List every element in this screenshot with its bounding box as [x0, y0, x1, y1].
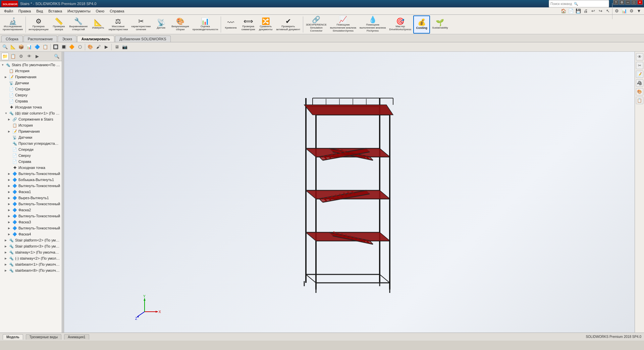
tab-addins[interactable]: Добавления SOLIDWORKS — [115, 36, 171, 42]
tree-item[interactable]: ▶ 🔩 Stair platform<3> (По умолча... — [0, 243, 62, 249]
tree-item[interactable]: ▶ 🔗 Сопряжения в Stairs — [0, 116, 62, 122]
tree-item[interactable]: ✚ Исходная точка — [0, 104, 62, 110]
tb3-view4[interactable]: 🔷 — [34, 43, 41, 51]
btn-compare[interactable]: 🔀 Сравнитьдокументы — [257, 15, 274, 34]
tb3-display4[interactable]: ⬡ — [76, 43, 84, 51]
tree-item[interactable]: ▶ 🔩 stairbeam<8> (По умолчани... — [0, 267, 62, 273]
tree-item[interactable]: 📄 Справа — [0, 159, 62, 165]
tree-item[interactable]: 📄 Сверху — [0, 92, 62, 98]
btn-investigate[interactable]: 🔬 Исследованиепроектирования — [1, 15, 24, 34]
panel-tab-properties[interactable]: 📋 — [9, 53, 17, 60]
status-tab-animation[interactable]: Анимация1 — [64, 334, 89, 340]
tree-item[interactable]: ▶ 🔷 Вырез-Вытянуть1 — [0, 195, 62, 201]
rp-appearance[interactable]: 🎨 — [636, 88, 643, 95]
quick-options2[interactable]: 📊 — [621, 7, 628, 15]
quick-select[interactable]: ↖ — [604, 7, 611, 15]
quick-undo[interactable]: ↩ — [589, 7, 597, 15]
btn-driveworks[interactable]: 🎯 МастерDriveWorksXpress — [388, 15, 413, 34]
tab-layout[interactable]: Расположение — [23, 36, 57, 42]
tree-item[interactable]: ▶ 🔷 Фаска2 — [0, 207, 62, 213]
menu-edit[interactable]: Правка — [16, 8, 34, 14]
tree-item[interactable]: ▶ 🔩 Stair platform<2> (По умолча... — [0, 237, 62, 243]
tree-item[interactable]: ▶ 📝 Примечания — [0, 74, 62, 80]
quick-open[interactable]: 📄 — [567, 7, 575, 15]
tree-item[interactable]: ▶ 🔷 Вытянуть-Тонкостенный — [0, 183, 62, 189]
maximize-btn[interactable]: □ — [631, 0, 637, 5]
tb3-display2[interactable]: 🔳 — [60, 43, 67, 51]
3d-viewport[interactable]: X Y Z — [64, 52, 635, 333]
panel-tab-display[interactable]: 👁 — [25, 53, 33, 60]
tree-item[interactable]: ▶ 🔷 Вытянуть-Тонкостенный — [0, 201, 62, 207]
tree-item[interactable]: 📋 История — [0, 122, 62, 128]
tree-item[interactable]: 📄 Спереди — [0, 146, 62, 152]
tb3-display1[interactable]: 🔲 — [52, 43, 59, 51]
btn-viz[interactable]: 🎨 Визуализациясборки — [170, 15, 190, 34]
tree-root[interactable]: ▼ 🔩 Stairs (По умолчанию<По умол... — [0, 62, 62, 68]
tb3-color2[interactable]: 🖌 — [95, 43, 102, 51]
tree-item[interactable]: ✚ Исходная точка — [0, 165, 62, 171]
btn-simxpress[interactable]: 📈 Помощниквыполнения анализаSimulationXp… — [329, 15, 358, 34]
tree-item[interactable]: ▶ 🔷 Вытянуть-Тонкостенный — [0, 213, 62, 219]
tree-item[interactable]: ▶ 🔷 Вытянуть-Тонкостенный — [0, 225, 62, 231]
tb3-more[interactable]: ▶ — [103, 43, 110, 51]
tree-item[interactable]: 📡 Датчики — [0, 80, 62, 86]
tab-analyze[interactable]: Анализировать — [77, 36, 114, 42]
btn-curvature[interactable]: 〰 Кривизна — [222, 15, 239, 34]
search-field[interactable]: Поиск команд 🔍 — [549, 0, 609, 7]
status-tab-3dviews[interactable]: Трехмерные виды — [26, 334, 61, 340]
tree-item[interactable]: ▶ 🔩 (-) stairway<2> (По умолчани... — [0, 255, 62, 261]
tree-item[interactable]: ▶ 🔩 stairway<1> (По умолчанию... — [0, 249, 62, 255]
panel-filter[interactable]: 🔍 — [53, 53, 60, 60]
tree-item[interactable]: ▶ 🔷 Фаска4 — [0, 231, 62, 237]
btn-check-active[interactable]: ✔ Проверитьактивный документ — [275, 15, 302, 34]
tree-item[interactable]: ▶ 🔷 Фаска3 — [0, 219, 62, 225]
menu-view[interactable]: Вид — [34, 8, 46, 14]
menu-window[interactable]: Окно — [93, 8, 107, 14]
rp-section-view[interactable]: ✂ — [636, 62, 643, 69]
tab-assembly[interactable]: Сборка — [1, 36, 23, 42]
tb3-view5[interactable]: 📋 — [42, 43, 49, 51]
quick-expand[interactable]: ▼ — [635, 7, 643, 15]
minimize-btn[interactable]: ─ — [625, 0, 631, 5]
btn-sensor[interactable]: 📡 Датчик — [153, 15, 169, 34]
quick-save[interactable]: 💾 — [575, 7, 582, 15]
tb3-color1[interactable]: 🎨 — [87, 43, 94, 51]
menu-help[interactable]: Справка — [107, 8, 127, 14]
help-btn[interactable]: ? — [613, 0, 619, 5]
quick-print[interactable]: 🖨 — [582, 7, 589, 15]
rp-hide-show[interactable]: 👁 — [636, 53, 643, 60]
quick-new[interactable]: 🏠 — [560, 7, 567, 15]
tree-item[interactable]: 📡 Датчики — [0, 134, 62, 140]
tree-item[interactable]: 📄 Сверху — [0, 152, 62, 159]
panel-tab-expand[interactable]: ▶ — [34, 53, 41, 60]
tb3-filter[interactable]: 🔍 — [1, 43, 9, 51]
btn-sustainability[interactable]: 🌱 Sustainability — [431, 15, 449, 34]
tree-item[interactable]: 📄 Спереди — [0, 86, 62, 92]
tb3-display3[interactable]: 🔶 — [68, 43, 75, 51]
rp-dynamic-annotation[interactable]: 📝 — [636, 71, 643, 78]
menu-file[interactable]: Файл — [1, 8, 16, 14]
options-btn[interactable]: ⚙ — [619, 0, 625, 5]
menu-tools[interactable]: Инструменты — [65, 8, 93, 14]
tree-item[interactable]: ▶ 📝 Примечания — [0, 128, 62, 134]
btn-floxpress[interactable]: 💧 Помощниквыполнения анализаFloXpress — [358, 15, 387, 34]
tree-item[interactable]: 📋 История — [0, 68, 62, 74]
rp-scene[interactable]: 📋 — [636, 97, 643, 104]
btn-measure[interactable]: 📐 Измерить — [90, 15, 106, 34]
btn-align[interactable]: 🔧 Выравниваниеотверстий — [68, 15, 89, 34]
tb3-view3[interactable]: 📊 — [25, 43, 33, 51]
btn-symmetry[interactable]: ⟺ Проверкасимметрии — [240, 15, 257, 34]
btn-section[interactable]: ✂ характеристикисечения — [130, 15, 152, 34]
close-btn[interactable]: ✕ — [637, 0, 643, 5]
tree-item-expanded[interactable]: ▼ 🔩 (ф) stair column<1> (По умол... — [0, 110, 62, 116]
status-tab-model[interactable]: Модель — [3, 334, 23, 340]
rp-zebra[interactable]: 🦓 — [636, 79, 643, 87]
tree-item[interactable]: ▶ 🔷 Вытянуть-Тонкостенный — [0, 171, 62, 177]
btn-clearance[interactable]: 📏 Проверказазора — [50, 15, 67, 34]
tab-sketch[interactable]: Эскиз — [58, 36, 76, 42]
quick-redo[interactable]: ↪ — [597, 7, 604, 15]
btn-mass[interactable]: ⚖ Массовыехарактеристики — [107, 15, 129, 34]
quick-options1[interactable]: ⚙ — [613, 7, 621, 15]
tree-item[interactable]: ▶ 🔩 stairbeam<1> (По умолчани... — [0, 261, 62, 267]
btn-3dxp[interactable]: 🔗 3DEXPERIENCESimulationConnector — [305, 15, 328, 34]
